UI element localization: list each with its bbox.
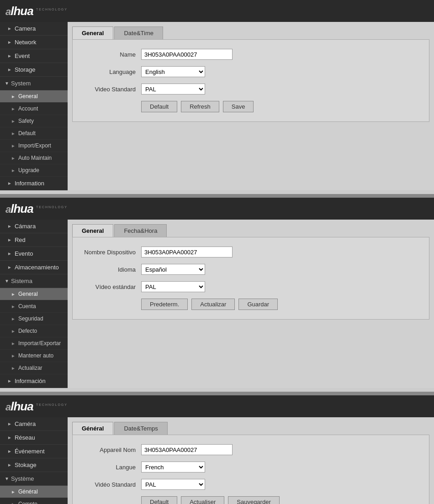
form-buttons: Predeterm.ActualizarGuardar	[141, 299, 420, 310]
field-select-2[interactable]: PAL	[141, 479, 205, 490]
button-actualizar[interactable]: Actualizar	[191, 299, 235, 310]
main-layout: ►Caméra►Réseau►Événement►Stokage▼Système…	[0, 417, 434, 504]
sidebar-sub-default[interactable]: ►Default	[0, 127, 68, 140]
sidebar-section-label: Sistema	[11, 278, 32, 284]
sidebar-sub-importar-exportar[interactable]: ►Importar/Exportar	[0, 337, 68, 350]
button-refresh[interactable]: Refresh	[181, 101, 219, 112]
sidebar-section-label: System	[11, 80, 31, 87]
chevron-right-icon: ►	[7, 421, 12, 426]
sidebar-sub-g-n-ral[interactable]: ►Général	[0, 486, 68, 498]
field-input-0[interactable]	[141, 444, 233, 455]
sidebar-item-information[interactable]: ►Information	[0, 177, 68, 190]
chevron-right-icon: ►	[7, 40, 12, 45]
chevron-right-icon: ►	[7, 462, 12, 467]
sidebar-sub-general[interactable]: ►General	[0, 288, 68, 300]
sidebar-sub-import-export[interactable]: ►Import/Export	[0, 140, 68, 152]
panel-english-panel: alhua TECHNOLOGY ►Camera►Network►Event►S…	[0, 0, 434, 190]
sidebar-sub-cuenta[interactable]: ►Cuenta	[0, 300, 68, 313]
sidebar-label: Stokage	[15, 462, 37, 468]
sidebar-sub-actualizar[interactable]: ►Actualizar	[0, 362, 68, 374]
chevron-right-icon: ►	[7, 251, 12, 256]
sidebar-section-sistema[interactable]: ▼Sistema	[0, 274, 68, 288]
sidebar-item-informaci-n[interactable]: ►Información	[0, 374, 68, 388]
sidebar-sub-safety[interactable]: ►Safety	[0, 115, 68, 127]
field-label-1: Idioma	[82, 266, 141, 273]
chevron-right-icon: ►	[7, 67, 12, 72]
panel-french-panel: alhua TECHNOLOGY ►Caméra►Réseau►Événemen…	[0, 395, 434, 504]
sidebar-item-evento[interactable]: ►Evento	[0, 247, 68, 261]
sidebar-item-r-seau[interactable]: ►Réseau	[0, 431, 68, 445]
field-select-1[interactable]: English	[141, 66, 205, 77]
sidebar-sub-auto-maintain[interactable]: ►Auto Maintain	[0, 152, 68, 164]
header: alhua TECHNOLOGY	[0, 198, 434, 220]
form-row-1: LangueFrench	[82, 462, 420, 472]
panel-divider	[0, 392, 434, 395]
chevron-down-icon: ▼	[5, 81, 9, 86]
form-row-0: Name	[82, 49, 420, 60]
sidebar-sub-compte[interactable]: ►Compte	[0, 498, 68, 504]
sidebar-label: Réseau	[15, 434, 35, 441]
sidebar-sub-label: Général	[18, 488, 38, 495]
sidebar-sub-label: Defecto	[18, 328, 37, 334]
sidebar-sub-account[interactable]: ►Account	[0, 103, 68, 115]
tab-fecha-hora[interactable]: Fecha&Hora	[114, 224, 167, 237]
sidebar-item-c-mara[interactable]: ►Cámara	[0, 220, 68, 233]
button-sauvegarder[interactable]: Sauvegarder	[228, 496, 279, 504]
tab-general[interactable]: General	[72, 26, 113, 39]
sidebar-section-syst-me[interactable]: ▼Système	[0, 472, 68, 486]
panel-divider	[0, 194, 434, 198]
button-default[interactable]: Default	[141, 101, 177, 112]
tab-bar: GeneralDate&Time	[72, 26, 429, 39]
sidebar-item--v-nement[interactable]: ►Événement	[0, 445, 68, 458]
sidebar-label: Camera	[15, 25, 36, 32]
sidebar-sub-defecto[interactable]: ►Defecto	[0, 325, 68, 337]
sidebar-sub-seguridad[interactable]: ►Seguridad	[0, 313, 68, 325]
field-label-1: Language	[82, 68, 141, 75]
sidebar-section-system[interactable]: ▼System	[0, 77, 68, 90]
sidebar-item-red[interactable]: ►Red	[0, 233, 68, 247]
form-row-2: Video StandardPAL	[82, 84, 420, 94]
tab-g-n-ral[interactable]: Général	[72, 422, 113, 435]
sidebar-section-label: Système	[11, 475, 34, 482]
sidebar-item-camera[interactable]: ►Camera	[0, 22, 68, 36]
sidebar-item-almacenamiento[interactable]: ►Almacenamiento	[0, 261, 68, 274]
sidebar-item-event[interactable]: ►Event	[0, 49, 68, 63]
sidebar-item-cam-ra[interactable]: ►Caméra	[0, 417, 68, 431]
chevron-right-icon: ►	[11, 502, 16, 504]
sidebar-label: Événement	[15, 448, 45, 455]
chevron-right-icon: ►	[11, 316, 16, 321]
chevron-right-icon: ►	[11, 353, 16, 358]
form-buttons: DefaultRefreshSave	[141, 101, 420, 112]
sidebar-sub-mantener-auto[interactable]: ►Mantener auto	[0, 350, 68, 362]
button-save[interactable]: Save	[223, 101, 254, 112]
sidebar-item-network[interactable]: ►Network	[0, 36, 68, 49]
sidebar-sub-upgrade[interactable]: ►Upgrade	[0, 164, 68, 177]
form-row-2: Vídeo estándarPAL	[82, 281, 420, 292]
sidebar-item-storage[interactable]: ►Storage	[0, 63, 68, 77]
field-select-1[interactable]: Español	[141, 264, 205, 275]
chevron-right-icon: ►	[11, 341, 16, 346]
sidebar-item-stokage[interactable]: ►Stokage	[0, 458, 68, 472]
field-label-0: Name	[82, 51, 141, 58]
sidebar-sub-label: Importar/Exportar	[18, 340, 61, 346]
field-input-0[interactable]	[141, 247, 233, 257]
chevron-right-icon: ►	[7, 449, 12, 454]
field-select-2[interactable]: PAL	[141, 84, 205, 94]
header: alhua TECHNOLOGY	[0, 0, 434, 22]
button-actualiser[interactable]: Actualiser	[181, 496, 224, 504]
field-select-2[interactable]: PAL	[141, 281, 205, 292]
tab-date-time[interactable]: Date&Time	[114, 26, 163, 39]
field-select-1[interactable]: French	[141, 462, 205, 472]
sidebar-sub-general[interactable]: ►General	[0, 90, 68, 103]
field-input-0[interactable]	[141, 49, 233, 60]
chevron-right-icon: ►	[11, 489, 16, 494]
chevron-right-icon: ►	[7, 26, 12, 31]
sidebar-label: Event	[15, 52, 30, 59]
button-guardar[interactable]: Guardar	[238, 299, 278, 310]
tab-date-temps[interactable]: Date&Temps	[114, 422, 167, 435]
button-default[interactable]: Default	[141, 496, 177, 504]
button-predeterm-[interactable]: Predeterm.	[141, 299, 188, 310]
sidebar-sub-label: Safety	[18, 118, 34, 124]
tab-general[interactable]: General	[72, 224, 113, 237]
sidebar-sub-label: Default	[18, 130, 36, 136]
